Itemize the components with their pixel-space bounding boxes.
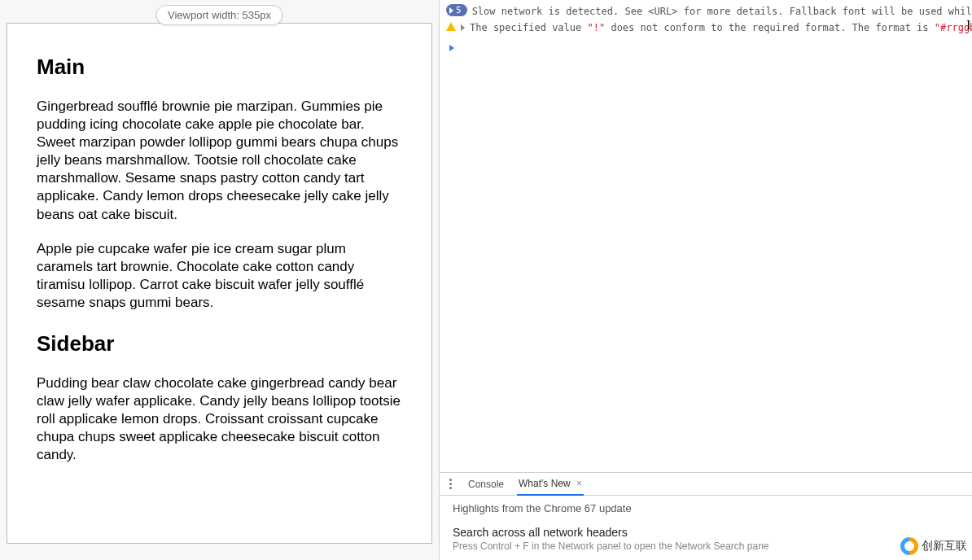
main-paragraph-2: Apple pie cupcake wafer pie ice cream su…: [37, 240, 402, 312]
console-output[interactable]: 5 Slow network is detected. See <URL> fo…: [440, 0, 972, 472]
console-prompt[interactable]: [446, 36, 965, 60]
devtools-panel: 5 Slow network is detected. See <URL> fo…: [440, 0, 972, 560]
rendered-page-frame[interactable]: Main Gingerbread soufflé brownie pie mar…: [7, 23, 432, 544]
drawer-tabstrip: Console What's New ×: [440, 473, 972, 496]
badge-count: 5: [456, 4, 462, 16]
drawer-menu-button[interactable]: [446, 479, 455, 489]
preview-pane: Viewport width: 535px Main Gingerbread s…: [0, 0, 440, 560]
sidebar-heading: Sidebar: [37, 331, 402, 357]
main-paragraph-1: Gingerbread soufflé brownie pie marzipan…: [37, 98, 402, 224]
sidebar-paragraph-1: Pudding bear claw chocolate cake gingerb…: [37, 374, 402, 464]
whats-new-subtitle: Highlights from the Chrome 67 update: [453, 502, 959, 514]
devtools-drawer: Console What's New × Highlights from the…: [440, 472, 972, 560]
console-warning-message: The specified value "!" does not conform…: [470, 20, 972, 35]
drawer-body: Highlights from the Chrome 67 update Sea…: [440, 496, 972, 560]
tab-whats-new-label: What's New: [519, 478, 571, 489]
viewport-width-pill: Viewport width: 535px: [155, 5, 283, 25]
prompt-caret-icon: [449, 45, 454, 51]
expand-caret-icon[interactable]: [461, 24, 465, 31]
whats-new-hint: Press Control + F in the Network panel t…: [453, 540, 959, 552]
expand-caret-icon: [449, 7, 453, 14]
text-cursor-icon: I: [966, 18, 967, 31]
tab-whats-new[interactable]: What's New ×: [517, 473, 584, 496]
close-icon[interactable]: ×: [576, 478, 582, 489]
warning-icon: [446, 22, 456, 31]
tab-console[interactable]: Console: [466, 474, 506, 495]
console-count-badge[interactable]: 5: [446, 4, 467, 16]
console-warning-row[interactable]: The specified value "!" does not conform…: [446, 20, 965, 36]
console-info-message: Slow network is detected. See <URL> for …: [472, 4, 972, 19]
whats-new-section-title: Search across all network headers: [453, 526, 959, 539]
main-heading: Main: [37, 55, 402, 80]
console-info-row[interactable]: 5 Slow network is detected. See <URL> fo…: [446, 3, 965, 20]
